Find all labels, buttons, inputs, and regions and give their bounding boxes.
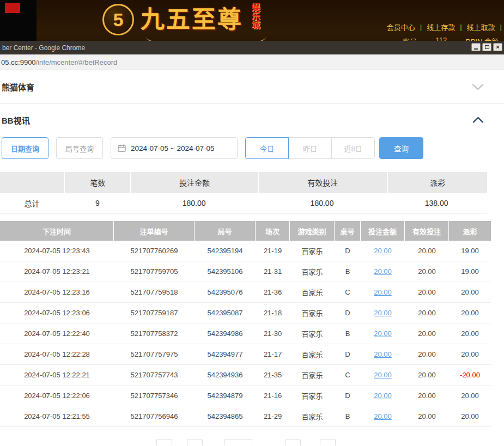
summary-bet-value: 180.00	[131, 193, 257, 213]
table-row: 2024-07-05 12:22:06521707757346542394879…	[0, 386, 491, 406]
round-query-button[interactable]: 局号查询	[56, 137, 103, 159]
cell-payout: 19.00	[449, 261, 491, 282]
cell-bet-time: 2024-07-05 12:22:21	[0, 365, 114, 385]
cell-bet-id: 521707756946	[114, 406, 195, 426]
nav-link[interactable]: 会员中心	[387, 22, 415, 32]
cell-bet-amount[interactable]: 20.00	[361, 303, 405, 323]
cell-valid-bet: 20.00	[405, 303, 449, 323]
table-row: 2024-07-05 12:22:40521707758372542394986…	[0, 323, 491, 344]
column-header: 桌号	[335, 221, 361, 241]
cell-bet-amount[interactable]: 20.00	[361, 241, 405, 261]
cell-table-no: C	[335, 365, 361, 385]
close-button[interactable]: ×	[493, 43, 502, 51]
cell-payout: -20.00	[449, 365, 491, 385]
bet-amount-link[interactable]: 20.00	[374, 309, 392, 317]
summary-valid-value: 180.00	[258, 193, 386, 213]
cell-bet-amount[interactable]: 20.00	[361, 323, 405, 344]
cell-bet-time: 2024-07-05 12:22:28	[0, 344, 114, 364]
pagination-button[interactable]	[187, 439, 203, 445]
maximize-icon	[485, 45, 489, 49]
search-button[interactable]: 查询	[379, 137, 423, 159]
cell-table-no: B	[335, 406, 361, 426]
date-query-button[interactable]: 日期查询	[2, 137, 48, 159]
brand-subtitle: 娱乐城	[250, 3, 259, 36]
cell-table-no: D	[335, 303, 361, 323]
cell-game-type: 百家乐	[290, 261, 335, 282]
column-header: 场次	[256, 221, 290, 241]
cell-bet-amount[interactable]: 20.00	[361, 386, 405, 406]
chevron-up-icon[interactable]	[473, 117, 483, 123]
cell-bet-time: 2024-07-05 12:21:55	[0, 406, 114, 426]
cell-bet-time: 2024-07-05 12:23:16	[0, 282, 114, 302]
cell-bet-id: 521707758372	[114, 323, 195, 344]
cell-valid-bet: 20.00	[405, 261, 449, 282]
cell-bet-amount[interactable]: 20.00	[361, 261, 405, 282]
table-row: 2024-07-05 12:21:55521707756946542394865…	[0, 406, 491, 427]
bet-amount-link[interactable]: 20.00	[374, 350, 392, 358]
bet-amount-link[interactable]: 20.00	[374, 247, 392, 255]
bet-amount-link[interactable]: 20.00	[374, 329, 392, 338]
window-controls: ×	[471, 43, 502, 51]
cell-bet-amount[interactable]: 20.00	[361, 344, 405, 364]
cell-payout: 20.00	[449, 406, 491, 426]
cell-table-no: D	[335, 241, 361, 261]
table-row: 2024-07-05 12:22:28521707757975542394977…	[0, 344, 491, 365]
bet-amount-link[interactable]: 20.00	[374, 288, 392, 296]
summary-header-count: 笔数	[65, 172, 130, 193]
yesterday-button[interactable]: 昨日	[288, 137, 332, 159]
chevron-down-icon[interactable]	[472, 84, 483, 90]
cell-round-no: 542394865	[195, 406, 256, 426]
nav-separator: |	[420, 23, 422, 31]
table-row: 2024-07-05 12:22:21521707757743542394936…	[0, 365, 491, 386]
cell-bet-id: 521707759705	[114, 261, 195, 282]
today-button[interactable]: 今日	[245, 137, 289, 159]
summary-header-valid: 有效投注	[259, 172, 387, 193]
cell-payout: 20.00	[449, 386, 491, 406]
nav-link[interactable]: 线上存款	[427, 22, 455, 32]
window-title-bar[interactable]: ber Center - Google Chrome ×	[0, 41, 504, 54]
last-8-days-button[interactable]: 近8日	[331, 137, 375, 159]
cell-valid-bet: 20.00	[405, 323, 449, 344]
maximize-button[interactable]	[482, 43, 491, 51]
cell-table-no: B	[335, 323, 361, 344]
cell-session: 21-29	[256, 406, 290, 426]
url-path: /infe/mcenter/#/betRecord	[36, 58, 118, 66]
pagination-button[interactable]	[285, 439, 301, 445]
cell-bet-time: 2024-07-05 12:23:06	[0, 303, 114, 323]
cell-bet-amount[interactable]: 20.00	[361, 365, 405, 385]
minimize-button[interactable]	[471, 43, 481, 51]
cell-bet-amount[interactable]: 20.00	[361, 282, 405, 302]
pagination-button[interactable]	[156, 439, 172, 445]
summary-header-bet: 投注金额	[131, 172, 258, 193]
cell-valid-bet: 20.00	[405, 282, 449, 302]
pagination-input[interactable]	[224, 439, 252, 445]
cell-session: 21-36	[256, 282, 290, 302]
cell-session: 21-17	[256, 344, 290, 364]
bet-amount-link[interactable]: 20.00	[374, 371, 392, 379]
cell-payout: 20.00	[449, 323, 491, 344]
bet-amount-link[interactable]: 20.00	[374, 412, 392, 420]
bet-amount-link[interactable]: 20.00	[374, 392, 392, 400]
table-row: 2024-07-05 12:23:21521707759705542395106…	[0, 261, 491, 282]
section-bb-video[interactable]: BB视讯	[0, 104, 504, 136]
quick-range-group: 今日 昨日 近8日	[245, 137, 375, 159]
section-panda-sports[interactable]: 熊猫体育	[0, 70, 504, 104]
cell-valid-bet: 20.00	[405, 406, 449, 426]
summary-header: 笔数 投注金额 有效投注 派彩	[0, 172, 487, 193]
cell-bet-id: 521707757743	[114, 365, 195, 385]
address-bar[interactable]: 05.cc:9900/infe/mcenter/#/betRecord	[0, 54, 504, 70]
column-header: 游戏类别	[290, 221, 335, 241]
cell-bet-amount[interactable]: 20.00	[361, 406, 405, 426]
summary-header-blank	[0, 172, 64, 193]
cell-round-no: 542394986	[195, 323, 256, 344]
cell-session: 21-16	[256, 386, 290, 406]
cell-round-no: 542394879	[195, 386, 256, 406]
summary-total-row: 总计 9 180.00 180.00 138.00	[0, 193, 487, 214]
nav-separator: |	[460, 23, 462, 31]
bet-amount-link[interactable]: 20.00	[374, 267, 392, 276]
cell-valid-bet: 20.00	[405, 365, 449, 385]
pagination-button[interactable]	[320, 439, 336, 445]
date-range-input[interactable]: 2024-07-05 ~ 2024-07-05	[111, 137, 238, 159]
red-badge	[5, 3, 20, 13]
nav-link[interactable]: 线上取款	[467, 22, 495, 32]
